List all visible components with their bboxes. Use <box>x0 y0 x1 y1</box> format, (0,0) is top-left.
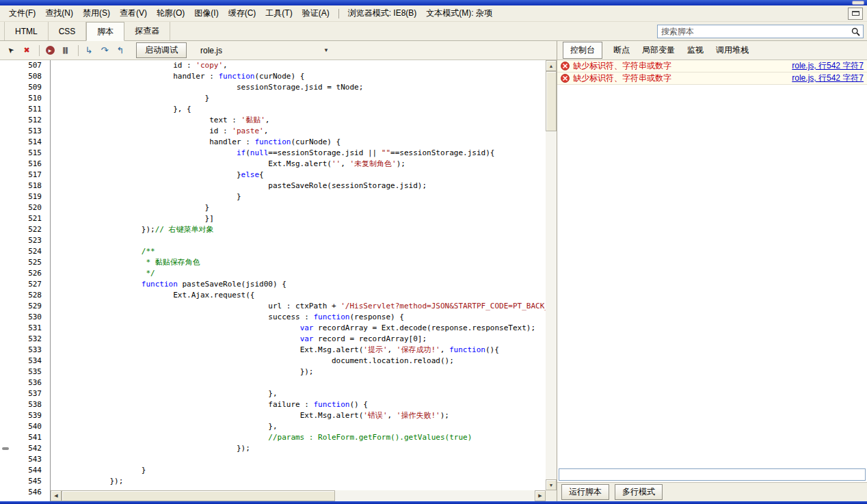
console-error-location-link[interactable]: role.js, 行542 字符7 <box>792 72 864 84</box>
line-number[interactable]: 537 <box>0 388 50 399</box>
line-number[interactable]: 532 <box>0 334 50 345</box>
start-debugging-button[interactable]: 启动调试 <box>136 42 187 58</box>
script-file-dropdown[interactable]: role.js ▼ <box>196 46 333 55</box>
line-number[interactable]: 514 <box>0 137 50 148</box>
line-number[interactable]: 518 <box>0 181 50 191</box>
scroll-left-button[interactable]: ◀ <box>51 490 62 501</box>
multiline-mode-button[interactable]: 多行模式 <box>615 484 663 500</box>
horizontal-scroll-track[interactable] <box>335 490 535 501</box>
console-error-row: 缺少标识符、字符串或数字 role.js, 行542 字符7 <box>557 72 867 85</box>
line-number[interactable]: 526 <box>0 268 50 279</box>
step-over-icon[interactable]: ↷ <box>98 44 111 57</box>
line-number[interactable]: 538 <box>0 399 50 410</box>
pin-window-button[interactable] <box>848 8 863 20</box>
menu-item[interactable]: 图像(I) <box>189 6 223 21</box>
window-control-button[interactable] <box>852 1 864 5</box>
browser-mode-menu-item[interactable]: 浏览器模式: IE8(B) <box>343 6 422 21</box>
line-number[interactable]: 524 <box>0 246 50 257</box>
code-line: }); <box>55 367 546 377</box>
line-number[interactable]: 515 <box>0 148 50 159</box>
body-split: ➤✖▶▌▌↳↷↰ 启动调试 role.js ▼ 5075085095105115… <box>0 41 867 501</box>
panel-tab-控制台[interactable]: 控制台 <box>563 42 602 59</box>
line-number[interactable]: 543 <box>0 454 50 465</box>
line-number[interactable]: 542 <box>0 443 50 454</box>
panel-tab-断点[interactable]: 断点 <box>612 42 631 58</box>
tab-探查器[interactable]: 探查器 <box>124 22 170 40</box>
line-number[interactable]: 519 <box>0 191 50 202</box>
line-number[interactable]: 507 <box>0 60 50 71</box>
scroll-up-button[interactable]: ▲ <box>546 60 557 71</box>
step-into-icon[interactable]: ↳ <box>82 44 96 57</box>
tab-脚本[interactable]: 脚本 <box>86 22 124 41</box>
line-number[interactable]: 509 <box>0 82 50 93</box>
panel-tab-调用堆栈[interactable]: 调用堆栈 <box>715 42 750 58</box>
scroll-right-button[interactable]: ▶ <box>535 490 546 501</box>
code-line: document.location.reload(); <box>55 356 546 367</box>
code-token: failure : <box>268 400 313 409</box>
code-token: () { <box>349 400 368 409</box>
panel-tab-监视[interactable]: 监视 <box>686 42 705 58</box>
search-input[interactable] <box>658 27 848 36</box>
horizontal-scroll-thumb[interactable] <box>62 490 335 501</box>
line-number[interactable]: 525 <box>0 257 50 268</box>
line-number[interactable]: 516 <box>0 159 50 170</box>
code-view[interactable]: id : 'copy', handler : function(curNode)… <box>51 60 546 490</box>
line-number[interactable]: 529 <box>0 301 50 312</box>
line-number[interactable]: 513 <box>0 126 50 137</box>
line-number[interactable]: 546 <box>0 487 50 498</box>
line-number-gutter[interactable]: 5075085095105115125135145155165175185195… <box>0 60 51 501</box>
pointer-icon[interactable]: ➤ <box>4 44 18 57</box>
tab-HTML[interactable]: HTML <box>4 22 49 40</box>
line-number[interactable]: 521 <box>0 213 50 224</box>
line-number[interactable]: 517 <box>0 170 50 181</box>
line-number[interactable]: 539 <box>0 410 50 421</box>
line-number[interactable]: 527 <box>0 279 50 290</box>
step-out-icon[interactable]: ↰ <box>114 44 127 57</box>
vertical-scroll-thumb[interactable] <box>546 71 557 131</box>
search-button[interactable] <box>848 25 863 38</box>
line-number[interactable]: 510 <box>0 93 50 104</box>
continue-icon[interactable]: ▶ <box>43 44 57 57</box>
line-number[interactable]: 540 <box>0 421 50 432</box>
line-number[interactable]: 533 <box>0 345 50 356</box>
tab-CSS[interactable]: CSS <box>49 22 87 40</box>
console-error-location-link[interactable]: role.js, 行542 字符7 <box>792 60 864 72</box>
script-search-box <box>657 25 864 38</box>
menu-item[interactable]: 工具(T) <box>261 6 297 21</box>
line-number[interactable]: 530 <box>0 312 50 323</box>
code-token: '提示' <box>363 345 387 354</box>
scroll-down-button[interactable]: ▼ <box>546 479 557 490</box>
line-number[interactable]: 508 <box>0 71 50 82</box>
menu-item[interactable]: 查看(V) <box>115 6 152 21</box>
code-token: 'paste' <box>232 127 263 135</box>
line-number[interactable]: 541 <box>0 432 50 443</box>
line-number[interactable]: 536 <box>0 377 50 388</box>
pause-icon[interactable]: ▌▌ <box>59 44 72 57</box>
code-token: } <box>237 170 241 179</box>
line-number[interactable]: 523 <box>0 235 50 246</box>
panel-tab-局部变量[interactable]: 局部变量 <box>641 42 676 58</box>
line-number[interactable]: 520 <box>0 202 50 213</box>
clear-breakpoints-icon[interactable]: ✖ <box>20 44 34 57</box>
line-number[interactable]: 522 <box>0 224 50 235</box>
line-number[interactable]: 545 <box>0 476 50 487</box>
menu-item[interactable]: 缓存(C) <box>224 6 261 21</box>
run-script-button[interactable]: 运行脚本 <box>561 484 609 500</box>
line-number[interactable]: 535 <box>0 367 50 377</box>
line-number[interactable]: 511 <box>0 104 50 115</box>
menu-item[interactable]: 禁用(S) <box>78 6 115 21</box>
console-command-input[interactable] <box>559 468 866 481</box>
code-token: '/HisServlet?method=JSON&STARTPF_CODE=PT… <box>341 302 546 310</box>
line-number[interactable]: 531 <box>0 323 50 334</box>
line-number[interactable]: 544 <box>0 465 50 476</box>
line-number[interactable]: 528 <box>0 290 50 301</box>
menu-item[interactable]: 验证(A) <box>297 6 334 21</box>
menu-item[interactable]: 轮廓(O) <box>152 6 189 21</box>
line-number[interactable]: 534 <box>0 356 50 367</box>
line-number[interactable]: 512 <box>0 115 50 126</box>
code-line: }); <box>55 443 546 454</box>
menu-item[interactable]: 查找(N) <box>40 6 78 21</box>
menu-item[interactable]: 文件(F) <box>4 6 40 21</box>
browser-mode-menu-item[interactable]: 文本模式(M): 杂项 <box>421 6 497 21</box>
vertical-scroll-track[interactable] <box>546 131 557 479</box>
